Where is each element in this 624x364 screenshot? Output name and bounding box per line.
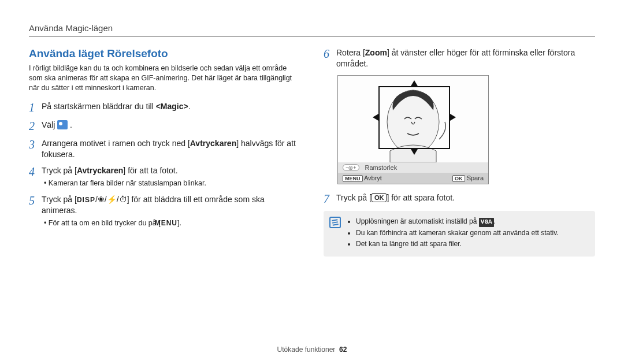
arrow-right-icon bbox=[450, 114, 456, 121]
ok-icon: OK bbox=[372, 193, 387, 202]
step-body: Arrangera motivet i ramen och tryck ned … bbox=[42, 138, 300, 160]
camera-screen-image bbox=[338, 76, 488, 162]
step-body: Tryck på [OK] för att spara fotot. bbox=[336, 192, 595, 203]
step-body: Rotera [Zoom] åt vänster eller höger för… bbox=[336, 47, 595, 69]
step-2: 2 Välj . bbox=[29, 120, 300, 132]
two-column-layout: Använda läget Rörelsefoto I rörligt bild… bbox=[29, 47, 595, 257]
zoom-pill-icon: −◎+ bbox=[343, 164, 359, 171]
step-number: 2 bbox=[29, 120, 42, 132]
flash-icon: ⚡ bbox=[107, 195, 117, 204]
page-footer: Utökade funktioner 62 bbox=[0, 346, 624, 354]
focus-frame bbox=[378, 86, 450, 149]
note-item: Det kan ta längre tid att spara filer. bbox=[356, 239, 588, 249]
note-icon bbox=[329, 217, 341, 228]
save-label: Spara bbox=[467, 174, 484, 181]
disp-icon: DISP bbox=[77, 195, 95, 205]
step-body: Tryck på [DISP/❀/⚡/⏱] för att bläddra ti… bbox=[42, 194, 300, 228]
arrow-left-icon bbox=[373, 114, 378, 121]
section-heading: Använda läget Rörelsefoto bbox=[29, 47, 300, 60]
step-subnote: För att ta om en bild trycker du på [MEN… bbox=[42, 218, 300, 228]
footer-section: Utökade funktioner bbox=[277, 346, 336, 354]
camera-hint-bar: −◎+ Ramstorlek bbox=[338, 162, 488, 173]
menu-icon: MENU bbox=[161, 218, 177, 228]
note-item: Du kan förhindra att kameran skakar geno… bbox=[356, 228, 588, 238]
step-body: Välj . bbox=[42, 120, 300, 131]
camera-action-bar: MENU Avbryt OK Spara bbox=[338, 173, 488, 184]
timer-icon: ⏱ bbox=[119, 195, 127, 204]
cancel-label: Avbryt bbox=[364, 174, 382, 181]
step-4: 4 Tryck på [Avtryckaren] för att ta foto… bbox=[29, 165, 300, 188]
mode-icon bbox=[57, 120, 68, 129]
note-box: Upplösningen är automatiskt inställd på … bbox=[324, 211, 595, 257]
steps-list-right-2: 7 Tryck på [OK] för att spara fotot. bbox=[324, 192, 595, 205]
step-number: 1 bbox=[29, 101, 42, 114]
step-number: 5 bbox=[29, 194, 42, 207]
arrow-down-icon bbox=[411, 149, 418, 155]
macro-icon: ❀ bbox=[98, 195, 105, 204]
arrow-up-icon bbox=[411, 80, 418, 86]
step-1: 1 På startskärmen bläddrar du till <Magi… bbox=[29, 101, 300, 114]
camera-screen-mock: −◎+ Ramstorlek MENU Avbryt OK Spara bbox=[337, 75, 489, 184]
step-subnote: Kameran tar flera bilder när statuslampa… bbox=[42, 179, 300, 188]
step-number: 7 bbox=[324, 192, 336, 205]
step-3: 3 Arrangera motivet i ramen och tryck ne… bbox=[29, 138, 300, 160]
step-number: 4 bbox=[29, 165, 42, 178]
step-body: Tryck på [Avtryckaren] för att ta fotot.… bbox=[42, 165, 300, 188]
note-list: Upplösningen är automatiskt inställd på … bbox=[348, 217, 588, 250]
steps-list-right: 6 Rotera [Zoom] åt vänster eller höger f… bbox=[324, 47, 595, 69]
right-column: 6 Rotera [Zoom] åt vänster eller höger f… bbox=[324, 47, 595, 257]
page-number: 62 bbox=[339, 346, 347, 354]
manual-page: Använda Magic-lägen Använda läget Rörels… bbox=[0, 0, 624, 364]
step-5: 5 Tryck på [DISP/❀/⚡/⏱] för att bläddra … bbox=[29, 194, 300, 228]
intro-paragraph: I rörligt bildläge kan du ta och kombine… bbox=[29, 64, 300, 93]
step-number: 6 bbox=[324, 47, 336, 60]
divider bbox=[29, 36, 595, 37]
ok-badge: OK bbox=[452, 175, 465, 182]
note-item: Upplösningen är automatiskt inställd på … bbox=[356, 217, 588, 227]
chapter-title: Använda Magic-lägen bbox=[29, 23, 595, 33]
step-7: 7 Tryck på [OK] för att spara fotot. bbox=[324, 192, 595, 205]
vga-icon: VGA bbox=[479, 218, 494, 227]
steps-list: 1 På startskärmen bläddrar du till <Magi… bbox=[29, 101, 300, 228]
framesize-label: Ramstorlek bbox=[365, 164, 398, 171]
step-number: 3 bbox=[29, 138, 42, 151]
step-body: På startskärmen bläddrar du till <Magic>… bbox=[42, 101, 300, 112]
left-column: Använda läget Rörelsefoto I rörligt bild… bbox=[29, 47, 300, 257]
step-6: 6 Rotera [Zoom] åt vänster eller höger f… bbox=[324, 47, 595, 69]
menu-badge: MENU bbox=[343, 175, 363, 182]
